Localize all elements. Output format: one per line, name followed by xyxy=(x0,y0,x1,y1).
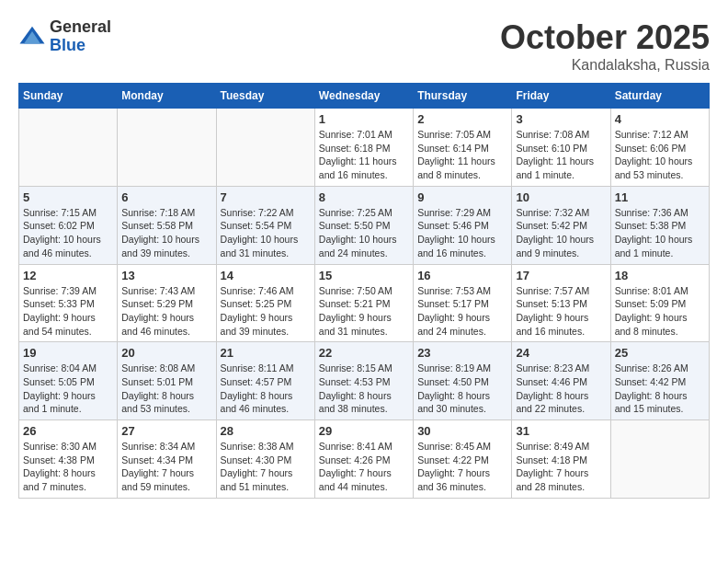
day-number: 25 xyxy=(615,346,705,360)
calendar-body: 1Sunrise: 7:01 AM Sunset: 6:18 PM Daylig… xyxy=(19,109,710,499)
location: Kandalaksha, Russia xyxy=(500,57,710,74)
day-info: Sunrise: 7:50 AM Sunset: 5:21 PM Dayligh… xyxy=(319,284,409,339)
calendar-cell: 2Sunrise: 7:05 AM Sunset: 6:14 PM Daylig… xyxy=(414,109,512,187)
day-number: 9 xyxy=(417,190,507,204)
calendar-cell: 7Sunrise: 7:22 AM Sunset: 5:54 PM Daylig… xyxy=(216,186,314,264)
month-title: October 2025 xyxy=(500,18,710,57)
day-info: Sunrise: 7:46 AM Sunset: 5:25 PM Dayligh… xyxy=(221,284,311,339)
calendar-cell: 6Sunrise: 7:18 AM Sunset: 5:58 PM Daylig… xyxy=(118,186,216,264)
calendar-cell: 24Sunrise: 8:23 AM Sunset: 4:46 PM Dayli… xyxy=(512,342,610,420)
day-info: Sunrise: 7:43 AM Sunset: 5:29 PM Dayligh… xyxy=(121,284,211,339)
day-info: Sunrise: 8:26 AM Sunset: 4:42 PM Dayligh… xyxy=(615,362,705,416)
day-number: 29 xyxy=(319,424,409,438)
day-info: Sunrise: 7:53 AM Sunset: 5:17 PM Dayligh… xyxy=(417,284,507,339)
week-row-5: 26Sunrise: 8:30 AM Sunset: 4:38 PM Dayli… xyxy=(19,420,710,499)
day-info: Sunrise: 8:08 AM Sunset: 5:01 PM Dayligh… xyxy=(121,362,211,416)
calendar-cell: 25Sunrise: 8:26 AM Sunset: 4:42 PM Dayli… xyxy=(610,342,709,420)
day-number: 18 xyxy=(615,269,705,282)
weekday-header-tuesday: Tuesday xyxy=(216,84,314,109)
weekday-header-monday: Monday xyxy=(118,84,216,109)
day-info: Sunrise: 7:18 AM Sunset: 5:58 PM Dayligh… xyxy=(121,206,211,260)
day-number: 6 xyxy=(121,190,211,204)
page-header: General Blue October 2025 Kandalaksha, R… xyxy=(18,18,710,74)
day-number: 1 xyxy=(319,112,409,126)
day-number: 27 xyxy=(121,424,211,438)
day-info: Sunrise: 8:34 AM Sunset: 4:34 PM Dayligh… xyxy=(121,440,211,494)
day-number: 22 xyxy=(319,346,409,360)
day-info: Sunrise: 8:04 AM Sunset: 5:05 PM Dayligh… xyxy=(23,362,113,416)
calendar-cell: 13Sunrise: 7:43 AM Sunset: 5:29 PM Dayli… xyxy=(118,264,216,342)
day-info: Sunrise: 7:36 AM Sunset: 5:38 PM Dayligh… xyxy=(615,206,705,260)
calendar-cell: 19Sunrise: 8:04 AM Sunset: 5:05 PM Dayli… xyxy=(19,342,118,420)
logo: General Blue xyxy=(18,18,111,55)
day-info: Sunrise: 7:15 AM Sunset: 6:02 PM Dayligh… xyxy=(23,206,113,260)
day-number: 30 xyxy=(417,424,507,438)
day-number: 20 xyxy=(121,346,211,360)
logo-blue: Blue xyxy=(50,36,85,54)
day-info: Sunrise: 7:29 AM Sunset: 5:46 PM Dayligh… xyxy=(417,206,507,260)
calendar-cell: 1Sunrise: 7:01 AM Sunset: 6:18 PM Daylig… xyxy=(314,109,413,187)
day-number: 15 xyxy=(319,269,409,282)
weekday-header-friday: Friday xyxy=(512,84,610,109)
day-info: Sunrise: 7:32 AM Sunset: 5:42 PM Dayligh… xyxy=(516,206,606,260)
day-info: Sunrise: 8:45 AM Sunset: 4:22 PM Dayligh… xyxy=(417,440,507,494)
calendar-cell: 15Sunrise: 7:50 AM Sunset: 5:21 PM Dayli… xyxy=(314,264,413,342)
day-number: 4 xyxy=(615,112,705,126)
day-info: Sunrise: 7:01 AM Sunset: 6:18 PM Dayligh… xyxy=(319,128,409,182)
calendar-cell: 3Sunrise: 7:08 AM Sunset: 6:10 PM Daylig… xyxy=(512,109,610,187)
day-info: Sunrise: 8:41 AM Sunset: 4:26 PM Dayligh… xyxy=(319,440,409,494)
calendar-cell: 8Sunrise: 7:25 AM Sunset: 5:50 PM Daylig… xyxy=(314,186,413,264)
day-info: Sunrise: 7:12 AM Sunset: 6:06 PM Dayligh… xyxy=(615,128,705,182)
day-info: Sunrise: 7:22 AM Sunset: 5:54 PM Dayligh… xyxy=(221,206,311,260)
calendar-cell: 5Sunrise: 7:15 AM Sunset: 6:02 PM Daylig… xyxy=(19,186,118,264)
calendar-cell: 23Sunrise: 8:19 AM Sunset: 4:50 PM Dayli… xyxy=(414,342,512,420)
calendar-cell: 30Sunrise: 8:45 AM Sunset: 4:22 PM Dayli… xyxy=(414,420,512,499)
day-info: Sunrise: 8:01 AM Sunset: 5:09 PM Dayligh… xyxy=(615,284,705,339)
day-number: 12 xyxy=(23,269,113,282)
day-number: 10 xyxy=(516,190,606,204)
weekday-header-wednesday: Wednesday xyxy=(314,84,413,109)
calendar: SundayMondayTuesdayWednesdayThursdayFrid… xyxy=(18,83,710,499)
calendar-cell: 22Sunrise: 8:15 AM Sunset: 4:53 PM Dayli… xyxy=(314,342,413,420)
day-number: 11 xyxy=(615,190,705,204)
week-row-1: 1Sunrise: 7:01 AM Sunset: 6:18 PM Daylig… xyxy=(19,109,710,187)
day-number: 17 xyxy=(516,269,606,282)
calendar-cell: 9Sunrise: 7:29 AM Sunset: 5:46 PM Daylig… xyxy=(414,186,512,264)
calendar-cell xyxy=(216,109,314,187)
day-info: Sunrise: 7:25 AM Sunset: 5:50 PM Dayligh… xyxy=(319,206,409,260)
day-info: Sunrise: 7:39 AM Sunset: 5:33 PM Dayligh… xyxy=(23,284,113,339)
calendar-cell xyxy=(19,109,118,187)
day-info: Sunrise: 8:19 AM Sunset: 4:50 PM Dayligh… xyxy=(417,362,507,416)
weekday-header-row: SundayMondayTuesdayWednesdayThursdayFrid… xyxy=(19,84,710,109)
day-number: 23 xyxy=(417,346,507,360)
day-info: Sunrise: 8:23 AM Sunset: 4:46 PM Dayligh… xyxy=(516,362,606,416)
day-number: 24 xyxy=(516,346,606,360)
day-info: Sunrise: 8:49 AM Sunset: 4:18 PM Dayligh… xyxy=(516,440,606,494)
calendar-cell: 26Sunrise: 8:30 AM Sunset: 4:38 PM Dayli… xyxy=(19,420,118,499)
week-row-3: 12Sunrise: 7:39 AM Sunset: 5:33 PM Dayli… xyxy=(19,264,710,342)
logo-icon xyxy=(18,23,46,51)
week-row-2: 5Sunrise: 7:15 AM Sunset: 6:02 PM Daylig… xyxy=(19,186,710,264)
day-info: Sunrise: 8:38 AM Sunset: 4:30 PM Dayligh… xyxy=(221,440,311,494)
day-number: 19 xyxy=(23,346,113,360)
day-number: 5 xyxy=(23,190,113,204)
calendar-cell: 10Sunrise: 7:32 AM Sunset: 5:42 PM Dayli… xyxy=(512,186,610,264)
calendar-cell xyxy=(118,109,216,187)
day-info: Sunrise: 7:08 AM Sunset: 6:10 PM Dayligh… xyxy=(516,128,606,182)
day-number: 16 xyxy=(417,269,507,282)
day-number: 28 xyxy=(221,424,311,438)
day-number: 7 xyxy=(221,190,311,204)
calendar-cell: 21Sunrise: 8:11 AM Sunset: 4:57 PM Dayli… xyxy=(216,342,314,420)
weekday-header-saturday: Saturday xyxy=(610,84,709,109)
day-info: Sunrise: 8:30 AM Sunset: 4:38 PM Dayligh… xyxy=(23,440,113,494)
calendar-cell: 28Sunrise: 8:38 AM Sunset: 4:30 PM Dayli… xyxy=(216,420,314,499)
week-row-4: 19Sunrise: 8:04 AM Sunset: 5:05 PM Dayli… xyxy=(19,342,710,420)
calendar-cell: 27Sunrise: 8:34 AM Sunset: 4:34 PM Dayli… xyxy=(118,420,216,499)
day-number: 8 xyxy=(319,190,409,204)
calendar-cell xyxy=(610,420,709,499)
calendar-cell: 17Sunrise: 7:57 AM Sunset: 5:13 PM Dayli… xyxy=(512,264,610,342)
weekday-header-sunday: Sunday xyxy=(19,84,118,109)
calendar-cell: 4Sunrise: 7:12 AM Sunset: 6:06 PM Daylig… xyxy=(610,109,709,187)
logo-text: General Blue xyxy=(50,18,111,55)
day-number: 3 xyxy=(516,112,606,126)
